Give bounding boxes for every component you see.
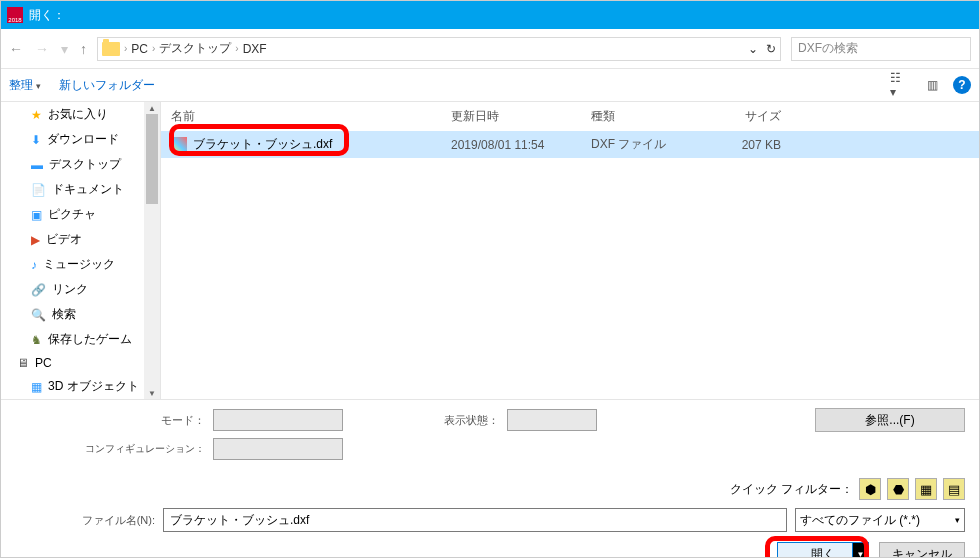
sidebar-icon: ♪ — [31, 258, 37, 272]
open-button[interactable]: 開く ▼ — [777, 542, 869, 558]
filter-value: すべてのファイル (*.*) — [800, 512, 920, 529]
sidebar-item-label: PC — [35, 356, 52, 370]
breadcrumb-part[interactable]: PC — [131, 42, 148, 56]
sidebar-item-label: リンク — [52, 281, 88, 298]
mode-label: モード： — [15, 413, 205, 428]
scroll-up-icon[interactable]: ▲ — [144, 102, 160, 114]
chevron-right-icon: › — [124, 43, 127, 54]
cancel-button[interactable]: キャンセル — [879, 542, 965, 558]
sidebar-icon: 🔍 — [31, 308, 46, 322]
file-type-filter[interactable]: すべてのファイル (*.*) ▾ — [795, 508, 965, 532]
column-name[interactable]: 名前 — [171, 108, 451, 125]
recent-dropdown-icon[interactable]: ▾ — [61, 41, 68, 57]
view-options-icon[interactable]: ☷ ▾ — [889, 74, 911, 96]
sidebar-item[interactable]: ⬇ダウンロード — [1, 127, 160, 152]
file-date: 2019/08/01 11:54 — [451, 138, 591, 152]
organize-button[interactable]: 整理 — [9, 77, 41, 94]
sidebar-icon: ⬇ — [31, 133, 41, 147]
folder-icon — [102, 42, 120, 56]
sidebar-icon: ♞ — [31, 333, 42, 347]
file-row[interactable]: ブラケット・ブッシュ.dxf 2019/08/01 11:54 DXF ファイル… — [161, 131, 979, 158]
sidebar-item[interactable]: ▦3D オブジェクト — [1, 374, 160, 399]
chevron-down-icon: ▾ — [955, 515, 960, 525]
sidebar-item-label: 3D オブジェクト — [48, 378, 139, 395]
quick-filter-icon-3[interactable]: ▦ — [915, 478, 937, 500]
chevron-right-icon: › — [235, 43, 238, 54]
app-icon: 2018 — [7, 7, 23, 23]
sidebar-item-label: ビデオ — [46, 231, 82, 248]
reference-button[interactable]: 参照...(F) — [815, 408, 965, 432]
open-dropdown-icon[interactable]: ▼ — [852, 543, 868, 558]
quick-filter-icon-4[interactable]: ▤ — [943, 478, 965, 500]
sidebar-item[interactable]: ♪ミュージック — [1, 252, 160, 277]
sidebar-item[interactable]: 📄ドキュメント — [1, 177, 160, 202]
sidebar-icon: ▣ — [31, 208, 42, 222]
sidebar-item[interactable]: ★お気に入り — [1, 102, 160, 127]
chevron-right-icon: › — [152, 43, 155, 54]
breadcrumb-part[interactable]: デスクトップ — [159, 40, 231, 57]
column-headers[interactable]: 名前 更新日時 種類 サイズ — [161, 102, 979, 131]
sidebar-item[interactable]: ▣ピクチャ — [1, 202, 160, 227]
chevron-down-icon[interactable]: ⌄ — [748, 42, 758, 56]
sidebar-item-pc[interactable]: 🖥 PC — [1, 352, 160, 374]
sidebar-item-label: デスクトップ — [49, 156, 121, 173]
filename-label: ファイル名(N): — [15, 513, 155, 528]
sidebar-item-label: ドキュメント — [52, 181, 124, 198]
sidebar-item-label: お気に入り — [48, 106, 108, 123]
quick-filter-icon-2[interactable]: ⬣ — [887, 478, 909, 500]
sidebar-item[interactable]: ♞保存したゲーム — [1, 327, 160, 352]
new-folder-button[interactable]: 新しいフォルダー — [59, 77, 155, 94]
quick-filter-label: クイック フィルター： — [730, 481, 853, 498]
sidebar-icon: 📄 — [31, 183, 46, 197]
column-type[interactable]: 種類 — [591, 108, 691, 125]
config-label: コンフィギュレーション： — [15, 442, 205, 456]
sidebar-item[interactable]: 🔗リンク — [1, 277, 160, 302]
refresh-icon[interactable]: ↻ — [766, 42, 776, 56]
scrollbar-thumb[interactable] — [146, 114, 158, 204]
forward-icon[interactable]: → — [35, 41, 49, 57]
sidebar-icon: 🔗 — [31, 283, 46, 297]
display-state-select[interactable] — [507, 409, 597, 431]
preview-pane-icon[interactable]: ▥ — [921, 74, 943, 96]
display-state-label: 表示状態： — [419, 413, 499, 428]
titlebar: 2018 開く： — [1, 1, 979, 29]
quick-filter-icon-1[interactable]: ⬢ — [859, 478, 881, 500]
bottom-panel: モード： 表示状態： 参照...(F) コンフィギュレーション： クイック フィ… — [1, 399, 979, 557]
sidebar-item[interactable]: ▶ビデオ — [1, 227, 160, 252]
file-list: 名前 更新日時 種類 サイズ ブラケット・ブッシュ.dxf 2019/08/01… — [161, 102, 979, 399]
cancel-button-label: キャンセル — [892, 546, 952, 559]
sidebar-icon: ▦ — [31, 380, 42, 394]
sidebar-item[interactable]: 🔍検索 — [1, 302, 160, 327]
sidebar-scrollbar[interactable]: ▲ ▼ — [144, 102, 160, 399]
navbar: ← → ▾ ↑ › PC › デスクトップ › DXF ⌄ ↻ DXFの検索 — [1, 29, 979, 69]
open-button-label: 開く — [811, 546, 835, 559]
config-select[interactable] — [213, 438, 343, 460]
breadcrumb[interactable]: › PC › デスクトップ › DXF ⌄ ↻ — [97, 37, 781, 61]
search-input[interactable]: DXFの検索 — [791, 37, 971, 61]
toolbar: 整理 新しいフォルダー ☷ ▾ ▥ ? — [1, 69, 979, 101]
column-date[interactable]: 更新日時 — [451, 108, 591, 125]
file-name: ブラケット・ブッシュ.dxf — [193, 136, 332, 153]
nav-buttons: ← → ▾ ↑ — [9, 41, 87, 57]
sidebar-item-label: ミュージック — [43, 256, 115, 273]
window-title: 開く： — [29, 7, 65, 24]
file-type: DXF ファイル — [591, 136, 691, 153]
sidebar-icon: ▬ — [31, 158, 43, 172]
scroll-down-icon[interactable]: ▼ — [144, 387, 160, 399]
search-placeholder: DXFの検索 — [798, 40, 858, 57]
filename-input[interactable] — [163, 508, 787, 532]
sidebar-item-label: 検索 — [52, 306, 76, 323]
help-icon[interactable]: ? — [953, 76, 971, 94]
file-size: 207 KB — [691, 138, 781, 152]
sidebar-item-label: ダウンロード — [47, 131, 119, 148]
up-icon[interactable]: ↑ — [80, 41, 87, 57]
column-size[interactable]: サイズ — [691, 108, 781, 125]
sidebar-icon: ★ — [31, 108, 42, 122]
main-area: ★お気に入り⬇ダウンロード▬デスクトップ📄ドキュメント▣ピクチャ▶ビデオ♪ミュー… — [1, 101, 979, 399]
mode-select[interactable] — [213, 409, 343, 431]
breadcrumb-part[interactable]: DXF — [243, 42, 267, 56]
sidebar-item-label: 保存したゲーム — [48, 331, 132, 348]
sidebar-item[interactable]: ▬デスクトップ — [1, 152, 160, 177]
back-icon[interactable]: ← — [9, 41, 23, 57]
pc-icon: 🖥 — [17, 356, 29, 370]
